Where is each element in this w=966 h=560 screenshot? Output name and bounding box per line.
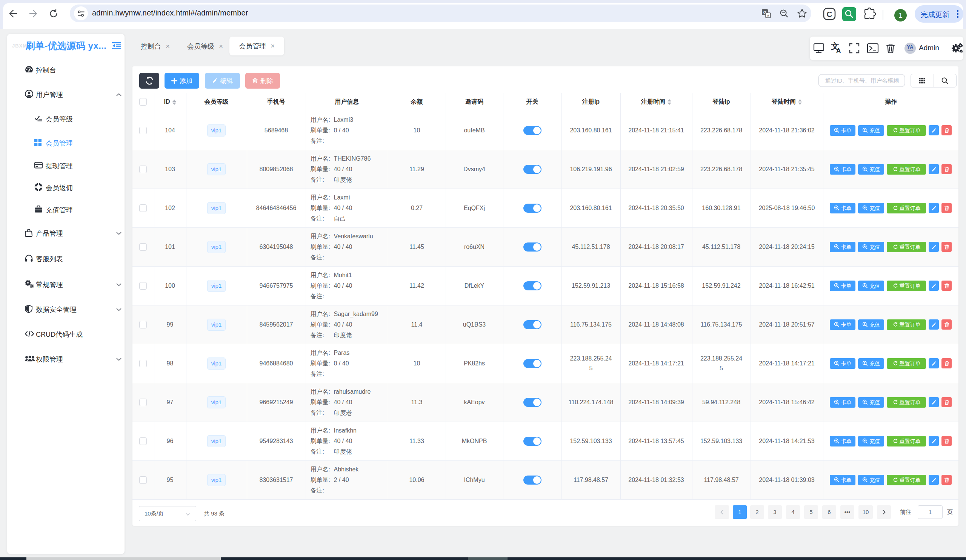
svg-text:文: 文 (766, 13, 770, 18)
svg-text:C: C (826, 10, 832, 18)
